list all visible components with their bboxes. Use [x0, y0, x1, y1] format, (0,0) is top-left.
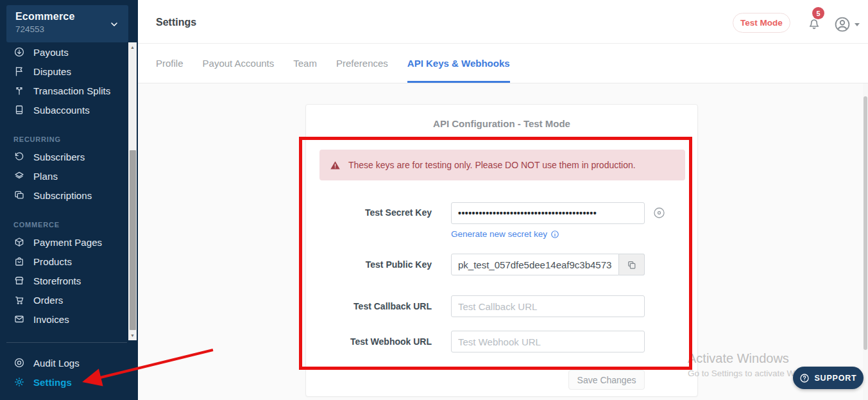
callback-url-label: Test Callback URL [306, 301, 432, 311]
sidebar-item-audit-logs[interactable]: Audit Logs [0, 353, 128, 372]
business-id: 724553 [15, 24, 119, 34]
sidebar-item-subaccounts[interactable]: Subaccounts [0, 100, 128, 119]
subscribers-icon [13, 151, 25, 162]
scroll-up-arrow-icon[interactable]: ▲ [128, 42, 137, 52]
sidebar-footer: Audit LogsSettings [0, 353, 128, 392]
sidebar-nav: PayoutsDisputesTransaction SplitsSubacco… [0, 42, 128, 340]
sidebar-item-label: Plans [33, 171, 58, 182]
invoices-icon [13, 313, 25, 325]
public-key-input[interactable] [451, 254, 619, 275]
plans-icon [13, 170, 25, 182]
notification-count-badge: 5 [812, 7, 824, 19]
section-header-recurring: RECURRING [0, 119, 128, 147]
page-scrollbar-thumb[interactable] [864, 96, 867, 350]
save-changes-button[interactable]: Save Changes [568, 370, 645, 390]
warning-triangle-icon [330, 160, 341, 171]
copy-public-key-button[interactable] [619, 254, 645, 275]
sidebar-item-label: Subscribers [33, 152, 85, 162]
tab-payout-accounts[interactable]: Payout Accounts [203, 44, 275, 83]
audit-logs-icon [13, 357, 25, 369]
sidebar-item-orders[interactable]: Orders [0, 290, 128, 309]
business-switcher[interactable]: Ecommerce 724553 [6, 5, 128, 42]
test-keys-warning-banner: These keys are for testing only. Please … [319, 150, 685, 180]
sidebar-item-storefronts[interactable]: Storefronts [0, 271, 128, 290]
support-button[interactable]: SUPPORT [793, 367, 864, 389]
info-icon [550, 230, 559, 239]
generate-secret-key-link[interactable]: Generate new secret key [451, 229, 559, 239]
sidebar-item-label: Subscriptions [33, 190, 92, 201]
reveal-secret-eye-icon[interactable] [652, 206, 666, 220]
section-header-commerce: COMMERCE [0, 205, 128, 232]
public-key-label: Test Public Key [306, 259, 432, 270]
sidebar-item-settings[interactable]: Settings [0, 372, 128, 392]
storefronts-icon [13, 275, 25, 286]
webhook-url-input[interactable] [451, 331, 645, 352]
sidebar-item-label: Subaccounts [33, 105, 90, 116]
test-mode-button[interactable]: Test Mode [733, 13, 790, 33]
top-bar: Settings Test Mode 5 [138, 0, 868, 44]
api-configuration-card: API Configuration - Test Mode These keys… [305, 104, 698, 397]
user-avatar-icon[interactable] [834, 16, 851, 33]
webhook-url-label: Test Webhook URL [306, 336, 432, 347]
settings-icon [13, 376, 25, 388]
tab-profile[interactable]: Profile [156, 44, 183, 83]
sidebar-item-invoices[interactable]: Invoices [0, 309, 128, 329]
secret-key-label: Test Secret Key [306, 207, 432, 218]
sidebar-item-label: Payment Pages [33, 237, 102, 248]
card-title: API Configuration - Test Mode [306, 118, 697, 129]
transaction-splits-icon [13, 85, 25, 96]
support-label: SUPPORT [814, 374, 856, 383]
sidebar-item-label: Settings [33, 377, 72, 388]
page-title: Settings [156, 17, 196, 28]
question-mark-icon [799, 373, 810, 383]
sidebar-item-label: Orders [33, 295, 63, 306]
warning-text: These keys are for testing only. Please … [348, 160, 636, 170]
sidebar-item-label: Audit Logs [33, 358, 80, 369]
callback-url-input[interactable] [451, 295, 645, 317]
orders-icon [13, 294, 25, 306]
sidebar-divider [6, 342, 127, 343]
scroll-down-arrow-icon[interactable]: ▼ [128, 331, 137, 340]
sidebar-scrollbar[interactable]: ▲ ▼ [128, 42, 137, 340]
tab-api-keys-webhooks[interactable]: API Keys & Webhooks [407, 44, 510, 83]
tab-preferences[interactable]: Preferences [336, 44, 388, 83]
settings-tabs: ProfilePayout AccountsTeamPreferencesAPI… [138, 44, 868, 83]
products-icon [13, 256, 25, 267]
chevron-down-icon [109, 19, 119, 30]
avatar-dropdown-caret-icon[interactable] [855, 23, 860, 26]
sidebar-item-label: Payouts [33, 47, 69, 58]
business-name: Ecommerce [15, 11, 119, 22]
sidebar-item-label: Storefronts [33, 275, 81, 286]
app-window: Ecommerce 724553 PayoutsDisputesTransact… [0, 0, 868, 400]
sidebar-scrollbar-thumb[interactable] [130, 150, 136, 330]
payouts-icon [13, 46, 25, 58]
subaccounts-icon [13, 104, 25, 116]
tab-team[interactable]: Team [293, 44, 317, 83]
sidebar-item-label: Disputes [33, 66, 71, 77]
watermark-line1: Activate Windows [688, 351, 822, 366]
sidebar-item-plans[interactable]: Plans [0, 166, 128, 186]
subscriptions-icon [13, 189, 25, 201]
sidebar: Ecommerce 724553 PayoutsDisputesTransact… [0, 0, 138, 400]
sidebar-item-label: Products [33, 256, 72, 267]
sidebar-item-payouts[interactable]: Payouts [0, 42, 128, 62]
sidebar-item-label: Invoices [33, 314, 69, 325]
copy-icon [626, 259, 637, 270]
sidebar-item-payment-pages[interactable]: Payment Pages [0, 232, 128, 252]
payment-pages-icon [13, 236, 25, 248]
sidebar-item-label: Transaction Splits [33, 85, 110, 96]
generate-secret-key-text: Generate new secret key [451, 229, 547, 239]
sidebar-item-transaction-splits[interactable]: Transaction Splits [0, 81, 128, 100]
sidebar-item-subscriptions[interactable]: Subscriptions [0, 186, 128, 205]
secret-key-input[interactable] [451, 202, 645, 224]
sidebar-item-subscribers[interactable]: Subscribers [0, 147, 128, 166]
sidebar-item-disputes[interactable]: Disputes [0, 62, 128, 81]
disputes-icon [13, 65, 25, 77]
sidebar-item-products[interactable]: Products [0, 252, 128, 271]
